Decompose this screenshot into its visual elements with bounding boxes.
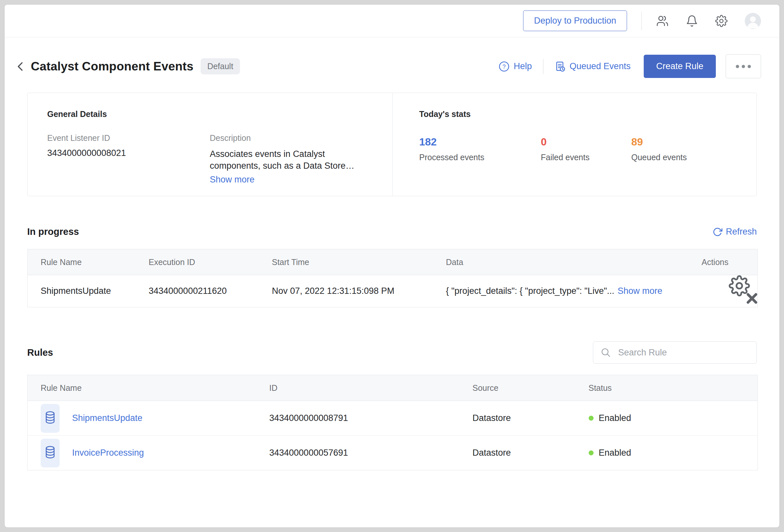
general-details-heading: General Details <box>47 110 392 119</box>
page-title: Catalyst Component Events <box>31 60 193 73</box>
failed-events-value: 0 <box>541 136 631 148</box>
status-badge: Enabled <box>589 413 758 423</box>
back-chevron-icon[interactable] <box>15 61 26 72</box>
col-status: Status <box>576 375 758 401</box>
rule-id: 3434000000057691 <box>256 436 459 470</box>
col-actions: Actions <box>689 249 758 275</box>
rule-id: 3434000000008791 <box>256 401 459 436</box>
col-rule-name: Rule Name <box>28 249 136 275</box>
enabled-status-dot <box>589 416 594 421</box>
processed-events-value: 182 <box>419 136 541 148</box>
rule-row: InvoiceProcessing 3434000000057691 Datas… <box>28 436 758 470</box>
stat-queued-events: 89 Queued events <box>631 136 687 162</box>
status-label: Enabled <box>599 448 631 458</box>
queued-events-label: Queued Events <box>570 61 631 71</box>
data-show-more-link[interactable]: Show more <box>617 286 663 296</box>
todays-stats-heading: Today's stats <box>419 110 756 119</box>
in-progress-table-header: Rule Name Execution ID Start Time Data A… <box>28 249 758 275</box>
status-label: Enabled <box>599 413 631 423</box>
col-id: ID <box>256 375 459 401</box>
rule-source: Datastore <box>459 401 576 436</box>
queued-events-label: Queued events <box>631 153 687 162</box>
header-actions: ? Help Queued Events Create Rule <box>499 54 761 78</box>
stat-failed-events: 0 Failed events <box>541 136 631 162</box>
deploy-to-production-button[interactable]: Deploy to Production <box>523 10 627 31</box>
in-progress-table: Rule Name Execution ID Start Time Data A… <box>27 249 758 307</box>
stat-processed-events: 182 Processed events <box>419 136 541 162</box>
in-progress-section-head: In progress Refresh <box>27 226 757 237</box>
col-source: Source <box>459 375 576 401</box>
in-progress-execution-id: 3434000000211620 <box>136 275 259 307</box>
app-window: Deploy to Production <box>4 4 780 528</box>
in-progress-row: ShipmentsUpdate 3434000000211620 Nov 07,… <box>28 275 758 307</box>
queued-events-link[interactable]: Queued Events <box>555 61 631 72</box>
more-options-button[interactable] <box>726 54 761 78</box>
description-label: Description <box>210 133 374 143</box>
datastore-icon <box>40 439 60 468</box>
description-show-more-link[interactable]: Show more <box>210 175 255 185</box>
rules-section-head: Rules <box>27 341 757 364</box>
event-listener-id-label: Event Listener ID <box>47 133 210 143</box>
gear-icon[interactable] <box>715 15 728 27</box>
svg-text:?: ? <box>502 63 506 70</box>
col-rule-name: Rule Name <box>28 375 256 401</box>
top-bar: Deploy to Production <box>5 5 779 37</box>
users-icon[interactable] <box>656 15 669 27</box>
status-badge: Enabled <box>589 448 758 458</box>
refresh-icon <box>712 227 722 237</box>
topbar-icons <box>656 13 761 29</box>
processed-events-label: Processed events <box>419 153 541 162</box>
in-progress-rule-name: ShipmentsUpdate <box>28 275 136 307</box>
enabled-status-dot <box>589 450 594 455</box>
in-progress-start-time: Nov 07, 2022 12:31:15:098 PM <box>259 275 433 307</box>
rule-source: Datastore <box>459 436 576 470</box>
header-divider <box>543 59 543 74</box>
details-card: General Details Event Listener ID 343400… <box>27 93 757 196</box>
page-header: Catalyst Component Events Default ? Help <box>5 37 779 93</box>
help-icon: ? <box>499 61 510 72</box>
failed-events-label: Failed events <box>541 153 631 162</box>
help-label: Help <box>513 61 532 71</box>
in-progress-heading: In progress <box>27 226 79 237</box>
queued-events-value: 89 <box>631 136 687 148</box>
rules-heading: Rules <box>27 347 53 358</box>
environment-badge: Default <box>201 58 240 75</box>
help-link[interactable]: ? Help <box>499 61 532 72</box>
description-text: Associates events in Catalyst components… <box>210 148 364 172</box>
general-details-panel: General Details Event Listener ID 343400… <box>28 93 393 196</box>
data-preview-text: { "project_details": { "project_type": "… <box>446 286 615 296</box>
create-rule-button[interactable]: Create Rule <box>644 55 716 78</box>
refresh-link[interactable]: Refresh <box>712 227 757 237</box>
todays-stats-panel: Today's stats 182 Processed events 0 Fai… <box>393 93 756 196</box>
main-content: General Details Event Listener ID 343400… <box>5 93 779 470</box>
bell-icon[interactable] <box>686 15 698 27</box>
event-listener-id-value: 3434000000008021 <box>47 148 210 158</box>
user-avatar[interactable] <box>745 13 761 29</box>
cancel-execution-gear-icon[interactable] <box>716 297 772 306</box>
more-options-icon <box>736 65 739 68</box>
rule-name-link[interactable]: ShipmentsUpdate <box>72 413 143 423</box>
queued-events-icon <box>555 61 566 72</box>
col-execution-id: Execution ID <box>136 249 259 275</box>
datastore-icon <box>40 404 60 433</box>
rules-table: Rule Name ID Source Status <box>27 375 758 470</box>
col-start-time: Start Time <box>259 249 433 275</box>
in-progress-data: { "project_details": { "project_type": "… <box>433 275 689 307</box>
refresh-label: Refresh <box>726 227 757 237</box>
topbar-divider <box>641 11 642 30</box>
search-icon <box>600 347 611 358</box>
in-progress-actions <box>689 275 758 307</box>
rule-search-box <box>593 341 757 364</box>
col-data: Data <box>433 249 689 275</box>
rule-name-link[interactable]: InvoiceProcessing <box>72 448 144 458</box>
rule-row: ShipmentsUpdate 3434000000008791 Datasto… <box>28 401 758 436</box>
search-rule-input[interactable] <box>617 347 749 358</box>
rules-table-header: Rule Name ID Source Status <box>28 375 758 401</box>
